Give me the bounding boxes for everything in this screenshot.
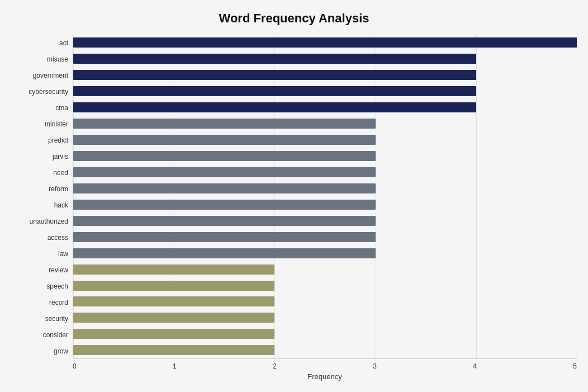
bar-row bbox=[73, 231, 577, 243]
bar-row bbox=[73, 53, 577, 65]
y-label: grow bbox=[11, 348, 68, 355]
x-tick: 1 bbox=[173, 362, 177, 370]
chart-area: actmisusegovernmentcybersecuritycmaminis… bbox=[11, 35, 577, 359]
y-label: access bbox=[11, 234, 68, 241]
bar bbox=[73, 200, 376, 210]
x-tick: 4 bbox=[473, 362, 477, 370]
y-label: cma bbox=[11, 105, 68, 111]
bar-row bbox=[73, 344, 577, 356]
y-label: review bbox=[11, 267, 68, 273]
bar-row bbox=[73, 311, 577, 324]
bar-row bbox=[73, 150, 577, 162]
y-label: speech bbox=[11, 283, 68, 290]
y-label: record bbox=[11, 299, 68, 306]
bar bbox=[73, 265, 274, 275]
y-label: reform bbox=[11, 186, 68, 192]
bar bbox=[73, 183, 376, 193]
bar bbox=[73, 313, 274, 323]
y-label: hack bbox=[11, 202, 68, 209]
x-tick: 5 bbox=[573, 362, 577, 370]
y-label: act bbox=[11, 40, 68, 46]
bar-row bbox=[73, 117, 577, 130]
y-label: predict bbox=[11, 137, 68, 144]
bar-row bbox=[73, 166, 577, 178]
y-label: unauthorized bbox=[11, 218, 68, 225]
bar bbox=[73, 86, 476, 96]
bar-row bbox=[73, 101, 577, 114]
bar-row bbox=[73, 247, 577, 259]
y-label: government bbox=[11, 72, 68, 79]
bar bbox=[73, 296, 274, 306]
y-label: security bbox=[11, 315, 68, 322]
bar-row bbox=[73, 280, 577, 292]
chart-title: Word Frequency Analysis bbox=[11, 11, 577, 26]
y-label: misuse bbox=[11, 56, 68, 63]
bar bbox=[73, 102, 476, 112]
bar-row bbox=[73, 199, 577, 211]
x-tick: 2 bbox=[273, 362, 277, 370]
x-tick: 3 bbox=[373, 362, 377, 370]
bar-row bbox=[73, 85, 577, 97]
bar bbox=[73, 167, 376, 177]
y-label: law bbox=[11, 251, 68, 257]
bar bbox=[73, 329, 274, 339]
bar bbox=[73, 232, 376, 242]
bar-row bbox=[73, 295, 577, 308]
bar bbox=[73, 345, 274, 355]
bar-row bbox=[73, 182, 577, 195]
bar bbox=[73, 216, 376, 226]
bar bbox=[73, 151, 376, 161]
y-labels: actmisusegovernmentcybersecuritycmaminis… bbox=[11, 35, 73, 359]
y-label: need bbox=[11, 169, 68, 176]
x-tick: 0 bbox=[73, 362, 77, 370]
y-label: jarvis bbox=[11, 153, 68, 160]
bar-row bbox=[73, 328, 577, 340]
bar bbox=[73, 70, 476, 80]
bars-area bbox=[73, 35, 577, 359]
y-label: minister bbox=[11, 121, 68, 127]
bar-row bbox=[73, 69, 577, 81]
bar bbox=[73, 248, 376, 258]
bar bbox=[73, 54, 476, 64]
x-axis-label: Frequency bbox=[73, 372, 577, 381]
bar bbox=[73, 281, 274, 291]
bar bbox=[73, 119, 376, 129]
bar bbox=[73, 37, 577, 48]
x-axis: 012345 bbox=[73, 362, 577, 370]
chart-container: Word Frequency Analysis actmisusegovernm… bbox=[0, 0, 588, 392]
bar-row bbox=[73, 36, 577, 49]
y-label: consider bbox=[11, 332, 68, 338]
bar-row bbox=[73, 215, 577, 227]
bar-row bbox=[73, 263, 577, 276]
bar-row bbox=[73, 134, 577, 146]
bar bbox=[73, 135, 376, 145]
y-label: cybersecurity bbox=[11, 88, 68, 95]
